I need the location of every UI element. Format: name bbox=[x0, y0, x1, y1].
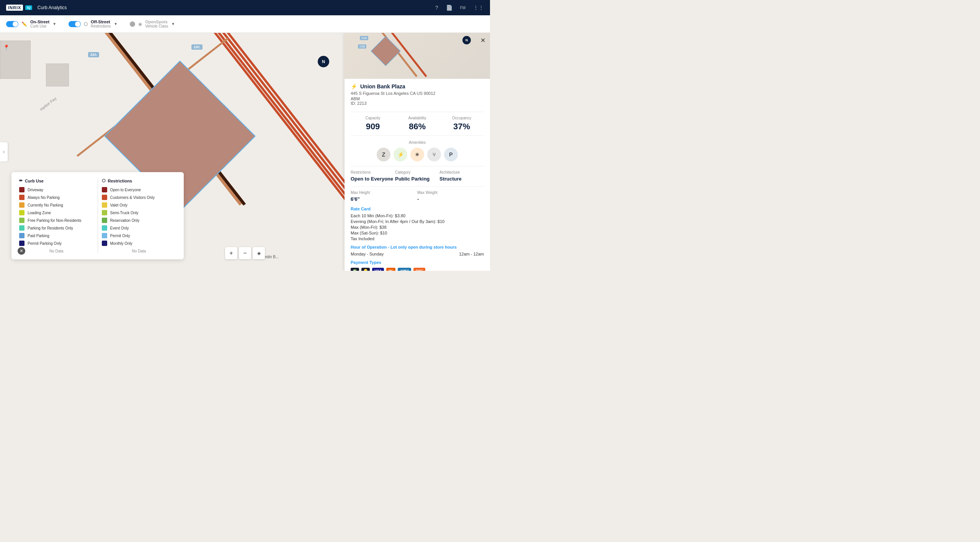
architecture-cell: Architecture Structure bbox=[439, 170, 484, 182]
on-street-toggle-item: ✏️ On-Street Curb Use ▼ bbox=[6, 20, 56, 28]
north-badge: N bbox=[318, 56, 329, 67]
max-weight-value: - bbox=[417, 196, 484, 202]
zoom-in-button[interactable]: + bbox=[225, 247, 237, 259]
rate-4: Tax Included bbox=[351, 236, 484, 241]
document-icon[interactable]: 📄 bbox=[446, 5, 452, 11]
free-parking-swatch bbox=[19, 218, 24, 223]
on-street-icon: ✏️ bbox=[21, 21, 27, 27]
on-street-toggle[interactable] bbox=[6, 21, 18, 27]
amenity-bolt: ⚡ bbox=[394, 148, 407, 161]
paid-swatch bbox=[19, 233, 24, 238]
app-name: Curb Analytics bbox=[38, 5, 67, 10]
legend-close-button[interactable]: ✕ bbox=[18, 247, 25, 255]
curb-use-legend: ✏ Curb Use Driveway Always No Parking Cu… bbox=[19, 178, 94, 253]
stats-row: Capacity 909 Availability 86% Occupancy … bbox=[351, 112, 484, 136]
location-pin-icon[interactable]: 📍 bbox=[3, 44, 10, 50]
facility-id: ID: 2213 bbox=[351, 101, 484, 106]
info-grid-1: Restrictions Open to Everyone Category P… bbox=[351, 166, 484, 182]
sidebar-toggle[interactable]: ‹ bbox=[0, 142, 8, 161]
open-spots-chevron[interactable]: ▼ bbox=[171, 22, 175, 26]
panel-content: ⚡ Union Bank Plaza 445 S Figueroa St Los… bbox=[345, 79, 490, 271]
on-street-chevron[interactable]: ▼ bbox=[52, 22, 56, 26]
rate-card-section: Rate Card Each 10 Min (Mon-Fri): $3.80 E… bbox=[351, 207, 484, 241]
legend-paid-parking: Paid Parking bbox=[19, 233, 94, 238]
hours-days: Monday - Sunday bbox=[351, 252, 384, 256]
legend-currently-no-parking: Currently No Parking bbox=[19, 202, 94, 208]
max-weight-cell: Max Weight - bbox=[417, 190, 484, 202]
category-cell-value: Public Parking bbox=[395, 176, 439, 182]
capacity-value: 909 bbox=[351, 122, 395, 132]
driveway-swatch bbox=[19, 187, 24, 192]
legend-panel: ✏ Curb Use Driveway Always No Parking Cu… bbox=[11, 172, 184, 259]
always-no-swatch bbox=[19, 195, 24, 200]
layer-button[interactable]: ◈ bbox=[253, 247, 265, 259]
toolbar: ✏️ On-Street Curb Use ▼ ⬡ Off-Street Res… bbox=[0, 15, 490, 33]
amenity-star: ✳ bbox=[410, 148, 424, 161]
off-street-toggle[interactable] bbox=[69, 21, 81, 27]
open-everyone-swatch bbox=[102, 187, 107, 192]
amenity-z: Z bbox=[377, 148, 390, 161]
fm-icon[interactable]: FM bbox=[460, 6, 466, 10]
permit-only-swatch bbox=[102, 233, 107, 238]
legend-free-parking: Free Parking for Non-Residents bbox=[19, 218, 94, 223]
hours-time: 12am - 12am bbox=[459, 252, 484, 256]
curb-use-header: Curb Use bbox=[25, 179, 44, 183]
restrictions-legend: ⬡ Restrictions Open to Everyone Customer… bbox=[102, 178, 176, 253]
payment-title: Payment Types bbox=[351, 260, 484, 265]
harbor-fwy-label: Harbor Fwy bbox=[39, 96, 57, 111]
event-swatch bbox=[102, 225, 107, 231]
max-weight-label: Max Weight bbox=[417, 190, 484, 195]
occupancy-stat: Occupancy 37% bbox=[439, 116, 484, 132]
app-header: INRIX iQ Curb Analytics ? 📄 FM ⋮⋮ bbox=[0, 0, 490, 15]
grid-icon[interactable]: ⋮⋮ bbox=[473, 5, 484, 11]
open-spots-label: OpenSpots bbox=[145, 20, 168, 24]
payment-amex: AMEX bbox=[398, 268, 411, 271]
legend-customers-visitors: Customers & Visitors Only bbox=[102, 195, 176, 200]
rate-0: Each 10 Min (Mon-Fri): $3.80 bbox=[351, 213, 484, 218]
on-street-sub: Curb Use bbox=[30, 24, 49, 28]
architecture-cell-label: Architecture bbox=[439, 170, 484, 174]
payment-mc: MC bbox=[386, 268, 395, 271]
pencil-icon: ✏ bbox=[19, 178, 23, 183]
rate-3: Max (Sat-Sun): $10 bbox=[351, 231, 484, 235]
amenity-p: P bbox=[444, 148, 458, 161]
facility-name: Union Bank Plaza bbox=[360, 83, 405, 90]
architecture-cell-value: Structure bbox=[439, 176, 484, 182]
header-icons: ? 📄 FM ⋮⋮ bbox=[435, 5, 484, 11]
hours-section: Hour of Operation - Lot only open during… bbox=[351, 245, 484, 256]
legend-valet-only: Valet Only bbox=[102, 202, 176, 208]
max-height-label: Max Height bbox=[351, 190, 417, 195]
zone-23a: 23A bbox=[88, 52, 99, 57]
off-street-label: Off-Street bbox=[91, 20, 111, 24]
off-street-chevron[interactable]: ▼ bbox=[114, 22, 118, 26]
payment-disc: DISC bbox=[413, 268, 425, 271]
availability-value: 86% bbox=[395, 122, 439, 132]
bolt-icon: ⚡ bbox=[351, 83, 357, 90]
amenities-section: Amenities Z ⚡ ✳ ⑂ P bbox=[351, 140, 484, 161]
payment-row: 💵 🪙 VISA MC AMEX DISC bbox=[351, 268, 484, 271]
legend-event-only: Event Only bbox=[102, 225, 176, 231]
facility-header: ⚡ Union Bank Plaza bbox=[351, 83, 484, 90]
zoom-out-button[interactable]: − bbox=[239, 247, 251, 259]
payment-visa: VISA bbox=[372, 268, 384, 271]
amenities-label: Amenities bbox=[351, 140, 484, 145]
help-icon[interactable]: ? bbox=[435, 5, 438, 11]
occupancy-value: 37% bbox=[439, 122, 484, 132]
mini-zone-23b: 23B bbox=[358, 44, 366, 49]
curb-no-data: No Data bbox=[19, 249, 94, 253]
max-height-value: 6'6" bbox=[351, 196, 417, 202]
inrix-logo: INRIX bbox=[6, 5, 23, 11]
amenities-row: Z ⚡ ✳ ⑂ P bbox=[351, 148, 484, 161]
mini-north-badge: N bbox=[462, 36, 471, 44]
loading-swatch bbox=[19, 210, 24, 215]
facility-meta1: ABM bbox=[351, 96, 484, 101]
rate-card-title: Rate Card bbox=[351, 207, 484, 211]
detail-close-button[interactable]: ✕ bbox=[480, 37, 485, 44]
monthly-swatch bbox=[102, 241, 107, 246]
open-spots-sub: Vehicle Class bbox=[145, 24, 168, 28]
currently-no-swatch bbox=[19, 202, 24, 208]
map-controls: + − ◈ bbox=[225, 247, 265, 259]
max-height-cell: Max Height 6'6" bbox=[351, 190, 417, 202]
restrictions-icon: ⬡ bbox=[102, 178, 106, 183]
open-spots-toggle[interactable] bbox=[130, 21, 135, 27]
